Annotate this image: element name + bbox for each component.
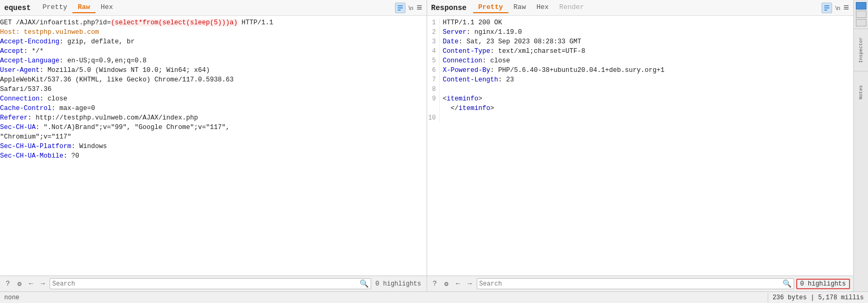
side-panel-inspector[interactable]: Inspector (854, 29, 868, 71)
request-bottom-bar: ? ⚙ ← → 🔍 0 highlights (0, 276, 427, 291)
response-toolbar: \n ≡ (822, 2, 849, 13)
svg-rect-0 (398, 5, 403, 6)
status-left: none (0, 293, 768, 302)
request-search-input[interactable] (52, 280, 360, 288)
response-line: 8 (427, 85, 854, 94)
response-pretty-print-icon[interactable] (822, 3, 832, 13)
svg-rect-2 (398, 10, 401, 11)
response-code-area: 1 HTTP/1.1 200 OK 2 Server: nginx/1.19.0… (427, 16, 854, 276)
response-line: 10 (427, 113, 854, 123)
tab-response-raw[interactable]: Raw (508, 2, 531, 13)
request-line: Cache-Control: max-age=0 (0, 104, 427, 113)
response-line: 7 Content-Length: 23 (427, 75, 854, 85)
request-line: Safari/537.36 (0, 85, 427, 94)
request-line: Referer: http://testphp.vulnweb.com/AJAX… (0, 113, 427, 123)
response-line: 1 HTTP/1.1 200 OK (427, 18, 854, 27)
response-search-wrap: 🔍 (477, 278, 794, 289)
request-tabs: Pretty Raw Hex (37, 2, 118, 13)
response-line: </iteminfo> (427, 104, 854, 113)
tab-request-hex[interactable]: Hex (96, 2, 118, 13)
request-pane: equest Pretty Raw Hex \n ≡ (0, 0, 427, 291)
request-newline-btn[interactable]: \n (409, 5, 413, 11)
response-line: 4 Content-Type: text/xml;charset=UTF-8 (427, 47, 854, 56)
side-panel-icon-3[interactable] (856, 19, 866, 26)
request-line: Sec-CH-UA: ".Not/A)Brand";v="99", "Googl… (0, 123, 427, 132)
response-pane: Response Pretty Raw Hex Render (427, 0, 854, 291)
tab-request-raw[interactable]: Raw (72, 2, 95, 13)
request-line (0, 161, 427, 170)
request-back-icon[interactable]: ← (26, 279, 36, 289)
response-back-icon[interactable]: ← (454, 279, 463, 289)
request-menu-btn[interactable]: ≡ (417, 2, 422, 13)
response-menu-btn[interactable]: ≡ (843, 2, 849, 13)
response-line: 9 <iteminfo> (427, 94, 854, 104)
tab-request-pretty[interactable]: Pretty (37, 2, 72, 13)
status-right: 236 bytes | 5,178 millis (768, 293, 868, 302)
request-search-button[interactable]: 🔍 (360, 279, 369, 288)
response-settings-icon[interactable]: ⚙ (442, 279, 451, 289)
response-highlights-badge: 0 highlights (796, 279, 850, 289)
side-panel-top-icons (855, 0, 867, 29)
request-line: Sec-CH-UA-Mobile: ?0 (0, 151, 427, 161)
request-line: "Chromium";v="117" (0, 132, 427, 142)
request-line: User-Agent: Mozilla/5.0 (Windows NT 10.0… (0, 66, 427, 75)
svg-rect-4 (824, 7, 829, 8)
tab-response-hex[interactable]: Hex (531, 2, 554, 13)
svg-rect-3 (824, 5, 829, 6)
request-help-icon[interactable]: ? (3, 279, 13, 289)
side-panel-icon-2[interactable] (856, 11, 866, 18)
request-header: equest Pretty Raw Hex \n ≡ (0, 0, 427, 16)
request-search-wrap: 🔍 (50, 278, 371, 289)
request-settings-icon[interactable]: ⚙ (15, 279, 24, 289)
tab-response-pretty[interactable]: Pretty (473, 2, 508, 13)
response-help-icon[interactable]: ? (430, 279, 440, 289)
svg-rect-5 (824, 10, 827, 11)
request-title: equest (4, 4, 31, 12)
side-panel-notes[interactable]: Notes (854, 71, 868, 113)
response-forward-icon[interactable]: → (465, 279, 475, 289)
request-line: Accept: */* (0, 47, 427, 56)
tab-response-render[interactable]: Render (554, 2, 589, 13)
request-line: AppleWebKit/537.36 (KHTML, like Gecko) C… (0, 75, 427, 85)
status-bar: none 236 bytes | 5,178 millis (0, 291, 868, 303)
response-line: 5 Connection: close (427, 56, 854, 66)
request-toolbar: \n ≡ (395, 2, 422, 13)
response-bottom-bar: ? ⚙ ← → 🔍 0 highlights (427, 276, 854, 291)
response-search-button[interactable]: 🔍 (782, 279, 791, 288)
response-title: Response (431, 4, 467, 12)
response-line: 3 Date: Sat, 23 Sep 2023 08:28:33 GMT (427, 37, 854, 47)
request-line: Host: testphp.vulnweb.com (0, 27, 427, 37)
request-pretty-print-icon[interactable] (395, 3, 405, 13)
response-header: Response Pretty Raw Hex Render (427, 0, 854, 16)
side-panel-icon-1[interactable] (856, 2, 866, 10)
response-line: 2 Server: nginx/1.19.0 (427, 27, 854, 37)
side-panel: Inspector Notes (853, 0, 868, 291)
request-highlights-badge: 0 highlights (373, 280, 423, 288)
request-forward-icon[interactable]: → (38, 279, 48, 289)
request-line: Sec-CH-UA-Platform: Windows (0, 142, 427, 151)
response-line: 6 X-Powered-By: PHP/5.6.40-38+ubuntu20.0… (427, 66, 854, 75)
response-search-input[interactable] (479, 280, 782, 288)
response-newline-btn[interactable]: \n (835, 5, 840, 11)
request-line: Accept-Language: en-US;q=0.9,en;q=0.8 (0, 56, 427, 66)
response-tabs: Pretty Raw Hex Render (473, 2, 589, 13)
request-line: Accept-Encoding: gzip, deflate, br (0, 37, 427, 47)
request-line: GET /AJAX/infoartist.php?id=(select*from… (0, 18, 427, 27)
svg-rect-1 (398, 7, 403, 8)
request-code-area: GET /AJAX/infoartist.php?id=(select*from… (0, 16, 427, 276)
request-line: Connection: close (0, 94, 427, 104)
